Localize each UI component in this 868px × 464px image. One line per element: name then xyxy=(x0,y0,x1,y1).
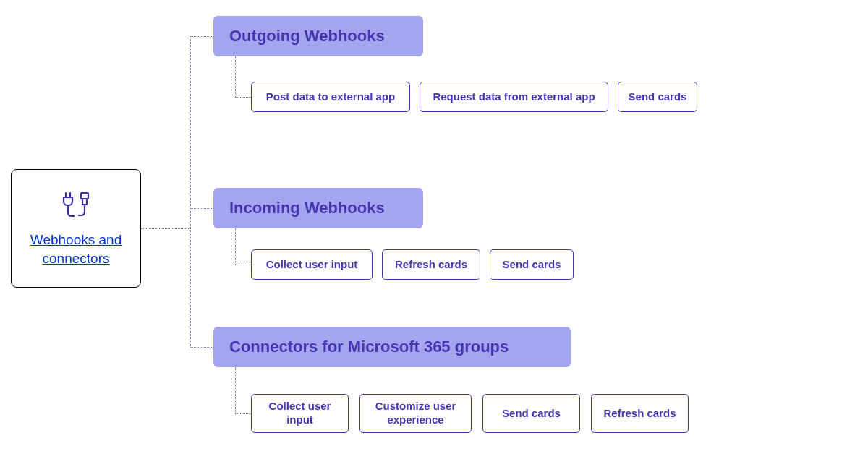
feature-label: Customize user experience xyxy=(367,400,464,427)
feature-item: Refresh cards xyxy=(591,394,689,433)
feature-label: Collect user input xyxy=(266,258,358,272)
feature-item: Send cards xyxy=(618,82,697,112)
feature-label: Send cards xyxy=(502,407,561,421)
feature-label: Refresh cards xyxy=(603,407,676,421)
connector-line xyxy=(235,413,251,414)
feature-item: Send cards xyxy=(482,394,580,433)
feature-item: Post data to external app xyxy=(251,82,410,112)
connector-line xyxy=(235,97,251,98)
feature-item: Customize user experience xyxy=(359,394,472,433)
connector-line xyxy=(235,228,236,265)
category-incoming-webhooks: Incoming Webhooks xyxy=(213,188,423,228)
feature-label: Send cards xyxy=(629,90,687,104)
svg-rect-1 xyxy=(82,199,87,205)
connector-line xyxy=(190,208,213,209)
feature-label: Post data to external app xyxy=(266,90,395,104)
feature-label: Collect user input xyxy=(259,400,341,427)
plug-icon xyxy=(57,189,95,223)
feature-label: Send cards xyxy=(503,258,561,272)
connector-line xyxy=(235,56,236,97)
feature-item: Collect user input xyxy=(251,249,373,280)
feature-label: Request data from external app xyxy=(433,90,595,104)
connector-line xyxy=(190,36,213,37)
svg-rect-0 xyxy=(81,193,88,199)
connector-line xyxy=(190,36,191,348)
feature-item: Request data from external app xyxy=(420,82,608,112)
root-link[interactable]: Webhooks and connectors xyxy=(19,231,133,267)
feature-item: Send cards xyxy=(490,249,574,280)
connector-line xyxy=(141,228,190,229)
feature-label: Refresh cards xyxy=(395,258,467,272)
connector-line xyxy=(235,265,251,265)
connector-line xyxy=(235,367,236,413)
category-label: Connectors for Microsoft 365 groups xyxy=(229,338,509,356)
connector-line xyxy=(190,347,213,348)
feature-item: Collect user input xyxy=(251,394,349,433)
root-node: Webhooks and connectors xyxy=(11,169,141,288)
feature-item: Refresh cards xyxy=(382,249,480,280)
category-label: Outgoing Webhooks xyxy=(229,27,385,46)
category-label: Incoming Webhooks xyxy=(229,199,385,218)
category-connectors-m365: Connectors for Microsoft 365 groups xyxy=(213,327,571,367)
category-outgoing-webhooks: Outgoing Webhooks xyxy=(213,16,423,56)
